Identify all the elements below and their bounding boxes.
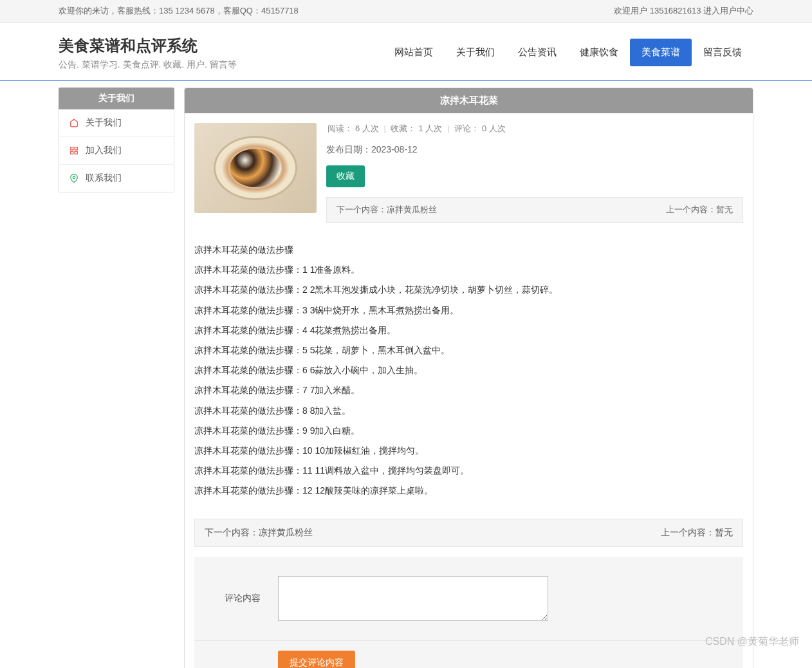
recipe-image <box>194 123 317 213</box>
svg-point-4 <box>73 176 75 179</box>
read-label: 阅读： <box>328 124 353 133</box>
content-heading: 凉拌木耳花菜的做法步骤 <box>194 242 743 258</box>
topbar-user: 欢迎用户 13516821613 进入用户中心 <box>614 5 753 17</box>
comment-textarea[interactable] <box>278 576 548 621</box>
next-label: 下一个内容： <box>337 205 387 214</box>
next-link-bottom[interactable]: 凉拌黄瓜粉丝 <box>259 527 313 537</box>
pin-icon <box>69 173 79 183</box>
comment-label: 评论内容 <box>207 593 278 604</box>
sidebar-item-label: 关于我们 <box>86 117 122 129</box>
svg-rect-1 <box>75 147 77 150</box>
topbar: 欢迎你的来访，客服热线：135 1234 5678，客服QQ：45157718 … <box>0 0 812 23</box>
svg-rect-0 <box>71 147 73 150</box>
step: 凉拌木耳花菜的做法步骤：8 8加入盐。 <box>194 403 743 419</box>
step: 凉拌木耳花菜的做法步骤：2 2黑木耳泡发撕成小块，花菜洗净切块，胡萝卜切丝，蒜切… <box>194 282 743 298</box>
nav-health[interactable]: 健康饮食 <box>568 39 630 66</box>
home-icon <box>69 118 79 128</box>
svg-rect-3 <box>75 151 77 154</box>
prev-value-bottom: 暂无 <box>715 527 733 537</box>
nav-about[interactable]: 关于我们 <box>445 39 506 66</box>
content-nav-bottom: 下一个内容：凉拌黄瓜粉丝 上一个内容：暂无 <box>194 519 743 547</box>
prev-label: 上一个内容： <box>666 205 716 214</box>
topbar-welcome: 欢迎你的来访，客服热线：135 1234 5678，客服QQ：45157718 <box>59 5 299 17</box>
collect-button[interactable]: 收藏 <box>326 165 365 187</box>
page-title: 凉拌木耳花菜 <box>185 88 753 113</box>
step: 凉拌木耳花菜的做法步骤：3 3锅中烧开水，黑木耳煮熟捞出备用。 <box>194 302 743 319</box>
sidebar-item-contact[interactable]: 联系我们 <box>59 165 174 192</box>
header: 美食菜谱和点评系统 公告. 菜谱学习. 美食点评. 收藏. 用户. 留言等 网站… <box>0 23 812 81</box>
content-nav-top: 下一个内容：凉拌黄瓜粉丝 上一个内容：暂无 <box>326 197 743 223</box>
next-link[interactable]: 凉拌黄瓜粉丝 <box>387 205 437 214</box>
site-subtitle: 公告. 菜谱学习. 美食点评. 收藏. 用户. 留言等 <box>59 59 237 71</box>
sidebar-item-join[interactable]: 加入我们 <box>59 137 174 165</box>
site-title: 美食菜谱和点评系统 <box>59 35 237 56</box>
prev-value: 暂无 <box>716 205 733 214</box>
step: 凉拌木耳花菜的做法步骤：7 7加入米醋。 <box>194 382 743 398</box>
main-content: 凉拌木耳花菜 阅读：6 人次 | 收藏：1 人次 | 评论：0 人次 发布日期：… <box>184 88 753 668</box>
user-center-link[interactable]: 进入用户中心 <box>703 6 753 15</box>
nav-notice[interactable]: 公告资讯 <box>506 39 568 66</box>
comment-form: 评论内容 提交评论内容 <box>194 557 743 668</box>
step: 凉拌木耳花菜的做法步骤：12 12酸辣美味的凉拌菜上桌啦。 <box>194 483 743 499</box>
user-prefix: 欢迎用户 <box>614 6 647 15</box>
nav-home[interactable]: 网站首页 <box>383 39 445 66</box>
step: 凉拌木耳花菜的做法步骤：6 6蒜放入小碗中，加入生抽。 <box>194 362 743 378</box>
collect-value: 1 人次 <box>418 124 442 133</box>
sidebar-item-about[interactable]: 关于我们 <box>59 109 174 137</box>
step: 凉拌木耳花菜的做法步骤：5 5花菜，胡萝卜，黑木耳倒入盆中。 <box>194 342 743 358</box>
meta-row: 阅读：6 人次 | 收藏：1 人次 | 评论：0 人次 <box>326 123 743 135</box>
user-phone-link[interactable]: 13516821613 <box>650 6 701 15</box>
sidebar-item-label: 加入我们 <box>86 145 122 156</box>
step: 凉拌木耳花菜的做法步骤：9 9加入白糖。 <box>194 423 743 439</box>
step: 凉拌木耳花菜的做法步骤：1 1准备原料。 <box>194 262 743 278</box>
logo: 美食菜谱和点评系统 公告. 菜谱学习. 美食点评. 收藏. 用户. 留言等 <box>59 35 237 71</box>
recipe-content: 凉拌木耳花菜的做法步骤 凉拌木耳花菜的做法步骤：1 1准备原料。 凉拌木耳花菜的… <box>185 232 753 512</box>
main-nav: 网站首页 关于我们 公告资讯 健康饮食 美食菜谱 留言反馈 <box>383 39 753 66</box>
comment-value: 0 人次 <box>482 124 506 133</box>
nav-recipe[interactable]: 美食菜谱 <box>630 39 692 66</box>
step: 凉拌木耳花菜的做法步骤：11 11调料放入盆中，搅拌均匀装盘即可。 <box>194 463 743 479</box>
read-value: 6 人次 <box>355 124 379 133</box>
sidebar: 关于我们 关于我们 加入我们 联系我们 <box>59 88 174 668</box>
comment-label: 评论： <box>454 124 479 133</box>
collect-label: 收藏： <box>391 124 416 133</box>
publish-date: 发布日期：2023-08-12 <box>326 144 743 156</box>
grid-icon <box>69 145 79 156</box>
nav-feedback[interactable]: 留言反馈 <box>692 39 753 66</box>
sidebar-title: 关于我们 <box>59 88 174 109</box>
submit-comment-button[interactable]: 提交评论内容 <box>278 651 355 668</box>
sidebar-item-label: 联系我们 <box>86 172 122 184</box>
step: 凉拌木耳花菜的做法步骤：10 10加辣椒红油，搅拌均匀。 <box>194 443 743 459</box>
step: 凉拌木耳花菜的做法步骤：4 4花菜煮熟捞出备用。 <box>194 322 743 339</box>
svg-rect-2 <box>71 151 73 154</box>
